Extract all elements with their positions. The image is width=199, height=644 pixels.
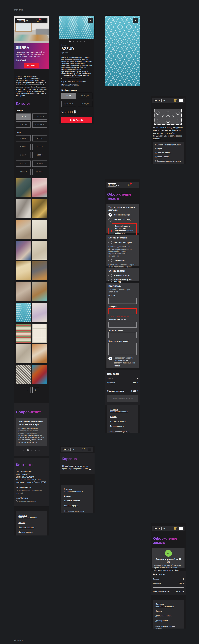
address-field[interactable] xyxy=(108,332,137,338)
radio-icon[interactable] xyxy=(108,274,112,277)
payment-option-cash[interactable]: Наличными/картой курьеру xyxy=(108,278,137,283)
size-option[interactable]: 0,8 × 1,5 м xyxy=(61,101,76,107)
dot[interactable] xyxy=(24,450,25,451)
radio-icon[interactable] xyxy=(108,279,112,282)
price-option[interactable]: 7 300 ₽ xyxy=(32,144,47,150)
dot-active[interactable] xyxy=(27,449,29,451)
footer-link-returns[interactable]: Возврат xyxy=(155,610,182,612)
delivery-option-courier[interactable]: Доставка курьером xyxy=(108,241,137,244)
email-sales[interactable]: zapros@kover.ru xyxy=(16,486,47,488)
dot[interactable] xyxy=(31,450,32,451)
cart-icon[interactable] xyxy=(82,448,86,451)
size-option[interactable]: 2 × 3 м xyxy=(61,92,76,99)
dot[interactable] xyxy=(35,450,36,451)
footer-link-privacy[interactable]: Политика конфиденциальности xyxy=(155,603,182,607)
product-photo[interactable]: ✕ xyxy=(59,16,94,39)
catalog-link[interactable]: тут xyxy=(89,468,91,470)
personal-data-link[interactable]: обработку персональных данных xyxy=(114,362,135,366)
price-option[interactable]: 28 000 ₽ xyxy=(32,169,47,175)
email-field[interactable] xyxy=(108,322,137,328)
size-option[interactable]: 0,6 × 0,9 м xyxy=(32,122,47,128)
product-image[interactable] xyxy=(16,240,31,260)
size-option[interactable]: 2 × 3 м xyxy=(16,114,31,120)
phone-field[interactable] xyxy=(108,308,137,314)
catalog-link[interactable]: каталога xyxy=(153,138,160,140)
product-image[interactable] xyxy=(16,261,31,280)
price-option[interactable]: 9 000 ₽ xyxy=(32,152,47,158)
menu-icon[interactable] xyxy=(179,527,183,530)
product-image[interactable] xyxy=(32,282,47,301)
radio-icon[interactable] xyxy=(108,218,112,222)
footer-link-offer[interactable]: Договор-оферта xyxy=(19,531,45,533)
dot[interactable] xyxy=(80,41,81,42)
page-button-1[interactable]: 1 xyxy=(24,387,31,393)
product-image[interactable] xyxy=(16,365,31,384)
product-image[interactable] xyxy=(32,178,47,198)
product-image[interactable] xyxy=(16,324,31,342)
dot[interactable] xyxy=(84,41,85,42)
price-option[interactable]: 5 000 ₽ xyxy=(16,144,31,150)
price-option[interactable]: 2 000 ₽ xyxy=(16,135,31,142)
footer-link-offer[interactable]: Договор-оферта xyxy=(155,620,182,622)
product-image-azzur[interactable] xyxy=(16,303,31,322)
submit-order-button-disabled[interactable]: ОФОРМИТЬ ЗАКАЗ xyxy=(107,395,138,402)
name-field[interactable] xyxy=(108,298,137,304)
product-image[interactable] xyxy=(32,199,47,218)
price-option[interactable]: 18 500 ₽ xyxy=(32,160,47,166)
footer-link-returns[interactable]: Возврат xyxy=(64,495,91,497)
email-info[interactable]: info@kover.ru xyxy=(16,497,47,499)
logo[interactable]: kover .ru xyxy=(154,99,165,102)
menu-icon[interactable] xyxy=(133,183,137,187)
footer-link-offer[interactable]: Договор-оферта xyxy=(64,504,91,507)
close-icon[interactable]: ✕ xyxy=(88,18,93,24)
size-option[interactable]: 1,6 × 2,3 м xyxy=(78,92,93,99)
product-image[interactable] xyxy=(32,220,47,239)
product-image[interactable] xyxy=(32,303,47,322)
footer-link-delivery[interactable]: Доставка и оплата xyxy=(155,615,182,617)
dot-active[interactable] xyxy=(69,40,71,42)
product-image[interactable] xyxy=(32,240,47,260)
product-image[interactable] xyxy=(16,220,31,239)
radio-icon[interactable] xyxy=(108,241,112,244)
cart-icon[interactable] xyxy=(173,527,177,530)
buyer-option-individual[interactable]: ✓ Физическое лицо xyxy=(108,213,137,216)
delivery-option-pickup[interactable]: Самовывоз xyxy=(108,259,137,262)
product-image[interactable] xyxy=(32,324,47,342)
footer-link-privacy[interactable]: Политика конфиденциальности xyxy=(110,408,136,412)
footer-link-privacy[interactable]: Политика конфиденциальности xyxy=(155,144,182,146)
menu-icon[interactable] xyxy=(42,19,46,23)
footer-link-privacy[interactable]: Политика конфиденциальности xyxy=(64,488,91,492)
comment-field[interactable] xyxy=(108,343,137,355)
menu-icon[interactable] xyxy=(179,99,183,102)
product-image[interactable] xyxy=(32,344,47,363)
dot[interactable] xyxy=(39,450,40,451)
radio-checked-icon[interactable]: ✓ xyxy=(108,213,112,216)
buyer-option-company[interactable]: Юридическое лицо xyxy=(108,218,137,222)
product-image[interactable] xyxy=(32,261,47,280)
footer-link-returns[interactable]: Возврат xyxy=(155,148,182,150)
footer-link-delivery[interactable]: Доставка и оплата xyxy=(64,500,91,502)
dot[interactable] xyxy=(77,41,78,42)
footer-link-offer[interactable]: Договор-оферта xyxy=(110,425,136,427)
product-image[interactable] xyxy=(16,178,31,198)
footer-link-delivery[interactable]: Доставка и оплата xyxy=(155,152,182,154)
payment-option-card[interactable]: Банковская карта xyxy=(108,274,137,277)
radio-icon[interactable] xyxy=(108,259,112,262)
page-button-2[interactable]: 2 xyxy=(32,387,39,393)
buy-button[interactable]: КУПИТЬ xyxy=(24,63,39,68)
cart-icon[interactable] xyxy=(173,99,177,102)
product-image[interactable] xyxy=(16,199,31,218)
agree-checkbox-row[interactable]: ✓ Подтверждая заказ Вы соглашаетесь на о… xyxy=(108,357,137,367)
cart-icon[interactable]: 2 xyxy=(127,183,131,187)
footer-link-delivery[interactable]: Доставка и оплата xyxy=(19,526,45,528)
add-to-cart-button[interactable]: В КОРЗИНУ xyxy=(61,117,92,123)
price-option[interactable]: 11 000 ₽ xyxy=(16,160,31,166)
product-image[interactable] xyxy=(32,365,47,384)
footer-link-returns[interactable]: Возврат xyxy=(19,521,45,524)
logo[interactable]: kover .ru xyxy=(17,19,28,22)
cart-icon[interactable]: 2 xyxy=(36,19,40,22)
logo[interactable]: kover .ru xyxy=(63,448,74,451)
size-option[interactable]: 0,6 × 0,9 м xyxy=(78,101,93,107)
product-image[interactable] xyxy=(16,344,31,363)
menu-icon[interactable] xyxy=(88,448,91,451)
